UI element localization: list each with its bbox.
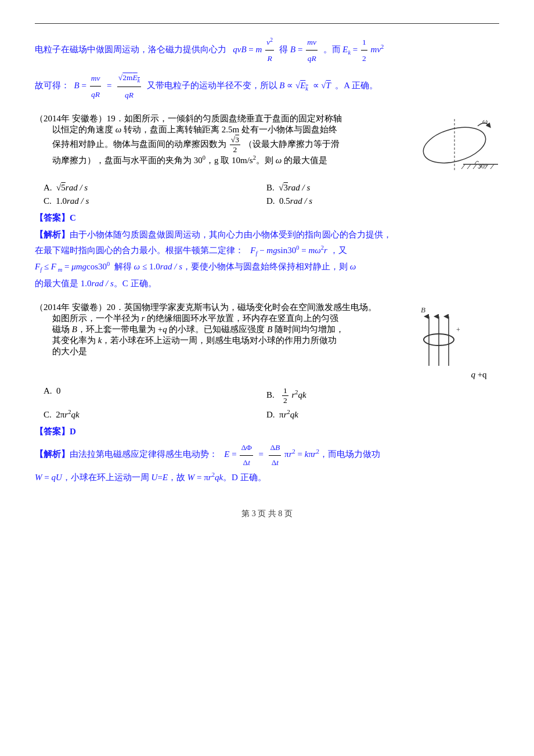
intro-section: 电粒子在磁场中做圆周运动，洛仑磁力提供向心力 qvB = m v2R 得 B =… (35, 34, 499, 103)
q20-analysis: 【解析】由法拉第电磁感应定律得感生电动势： E = ΔΦ Δt = ΔB Δt … (35, 441, 499, 485)
q19-text: （2014年 安徽卷）19．如图所示，一倾斜的匀质圆盘绕垂直于盘面的固定对称轴 … (35, 113, 400, 166)
question-20-section: （2014年 安徽卷）20．英国物理学家麦克斯韦认为，磁场变化时会在空间激发感生… (35, 302, 499, 485)
q20-figure: B +q +q (406, 302, 499, 380)
q19-answer: 【答案】C (35, 213, 499, 224)
q19-header: （2014年 安徽卷）19．如图所示，一倾斜的匀质圆盘绕垂直于盘面的固定对称轴 (35, 113, 400, 124)
q19-line2: 以恒定的角速度 ω 转动，盘面上离转轴距离 2.5m 处有一小物体与圆盘始终 (52, 124, 400, 135)
q19-figure: ω 30° (406, 113, 499, 177)
q20-line3: 磁场 B，环上套一带电量为 +q 的小球。已知磁感应强度 B 随时间均匀增加， (52, 324, 400, 335)
q20-choice-b: B. 1 2 r2qk (258, 386, 481, 405)
question-19-section: （2014年 安徽卷）19．如图所示，一倾斜的匀质圆盘绕垂直于盘面的固定对称轴 … (35, 113, 499, 292)
intro-line1: 电粒子在磁场中做圆周运动，洛仑磁力提供向心力 qvB = m v2R 得 B =… (35, 34, 499, 66)
q20-line5: 的大小是 (52, 346, 400, 357)
q19-analysis: 【解析】由于小物体随匀质圆盘做圆周运动，其向心力由小物体受到的指向圆心的合力提供… (35, 227, 499, 292)
svg-line-5 (461, 164, 465, 169)
q20-line2: 如图所示，一个半径为 r 的绝缘细圆环水平放置，环内存在竖直向上的匀强 (52, 313, 400, 324)
q20-header: （2014年 安徽卷）20．英国物理学家麦克斯韦认为，磁场变化时会在空间激发感生… (35, 302, 400, 313)
svg-text:+: + (456, 326, 460, 334)
q20-line4: 其变化率为 k，若小球在环上运动一周，则感生电场对小球的作用力所做功 (52, 335, 400, 346)
q19-line4: 动摩擦力），盘面与水平面的夹角为 300，g 取 10m/s2。则 ω 的最大值… (52, 154, 400, 166)
q20-choices: A. 0 B. 1 2 r2qk C. 2πr2qk D. πr2qk (35, 384, 499, 422)
page-footer: 第 3 页 共 8 页 (35, 509, 499, 519)
q20-choice-d: D. πr2qk (258, 409, 481, 420)
q20-choice-c: C. 2πr2qk (35, 409, 258, 420)
q20-choice-a: A. 0 (35, 386, 258, 405)
svg-text:B: B (421, 305, 425, 314)
q20-answer: 【答案】D (35, 426, 499, 437)
q19-choice-c: C. 1.0rad / s (35, 196, 258, 206)
intro-line2: 故可得： B = mvqR = √2mEk qR 又带电粒子的运动半径不变，所以… (35, 70, 499, 103)
top-divider (35, 23, 499, 24)
q19-choices: A. √5rad / s B. √3rad / s C. 1.0rad / s … (35, 181, 499, 208)
svg-line-10 (490, 164, 494, 169)
q20-text: （2014年 安徽卷）20．英国物理学家麦克斯韦认为，磁场变化时会在空间激发感生… (35, 302, 400, 357)
q19-choice-a: A. √5rad / s (35, 183, 258, 193)
q19-line3: 保持相对静止。物体与盘面间的动摩擦因数为 √3 2 （设最大静摩擦力等于滑 (52, 135, 400, 154)
svg-line-7 (473, 164, 477, 169)
q19-choice-b: B. √3rad / s (258, 183, 481, 193)
q19-choice-d: D. 0.5rad / s (258, 196, 481, 206)
svg-line-6 (467, 164, 471, 169)
page-number: 第 3 页 共 8 页 (241, 509, 293, 518)
